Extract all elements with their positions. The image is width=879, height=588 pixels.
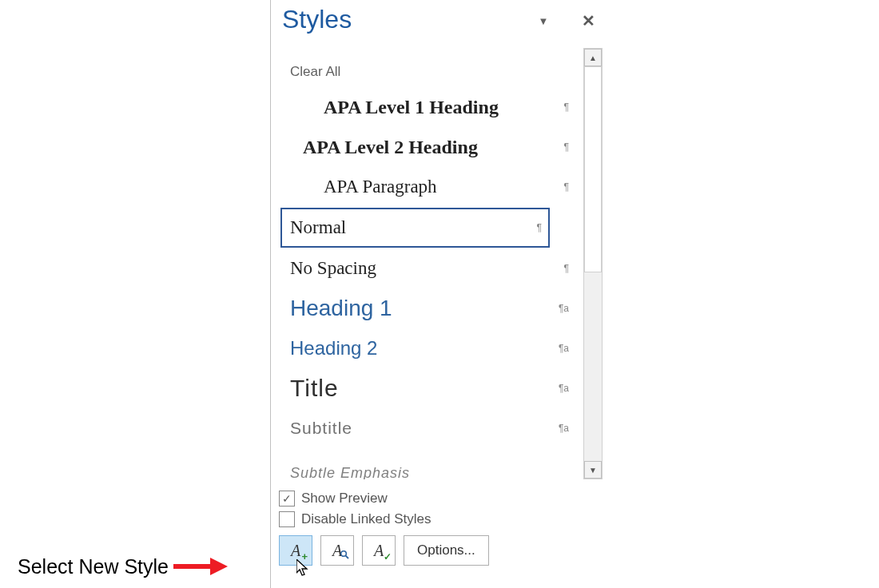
style-item-heading-1[interactable]: Heading 1 ¶a — [277, 289, 582, 328]
checkbox-label: Show Preview — [301, 491, 388, 507]
paragraph-icon: ¶ — [564, 141, 569, 153]
style-label: APA Level 1 Heading — [290, 97, 499, 118]
styles-pane: Styles ▼ ✕ Clear All APA Level 1 Heading… — [270, 0, 603, 588]
style-item-truncated[interactable]: Subtle Emphasis — [277, 449, 582, 479]
options-label: Options... — [417, 542, 475, 558]
paragraph-icon: ¶ — [564, 181, 569, 193]
paragraph-icon: ¶ — [564, 101, 569, 113]
linked-style-icon: ¶a — [559, 343, 569, 354]
scroll-down-button[interactable]: ▼ — [584, 461, 602, 479]
pane-options-dropdown[interactable]: ▼ — [535, 13, 551, 29]
options-button[interactable]: Options... — [404, 535, 489, 566]
style-item-apa-paragraph[interactable]: APA Paragraph ¶ — [277, 168, 582, 206]
style-item-no-spacing[interactable]: No Spacing ¶ — [277, 249, 582, 288]
manage-styles-button[interactable]: A ✓ — [362, 535, 396, 566]
styles-toolbar: A + A A ✓ Options... — [279, 535, 595, 566]
annotation: Select New Style — [18, 554, 229, 578]
style-label: APA Paragraph — [290, 177, 437, 197]
letter-a-icon: A — [291, 542, 300, 560]
style-label: Title — [290, 375, 339, 402]
style-label: Heading 2 — [290, 337, 377, 360]
styles-list: Clear All APA Level 1 Heading ¶ APA Leve… — [277, 48, 582, 479]
style-label: Subtle Emphasis — [290, 465, 410, 480]
style-label: Subtitle — [290, 419, 352, 438]
linked-style-icon: ¶a — [559, 383, 569, 394]
style-item-title[interactable]: Title ¶a — [277, 369, 582, 407]
show-preview-checkbox[interactable]: ✓ Show Preview — [279, 491, 595, 507]
pane-footer: ✓ Show Preview Disable Linked Styles A +… — [279, 486, 595, 588]
linked-style-icon: ¶a — [559, 423, 569, 434]
style-item-normal-selected[interactable]: Normal ¶ — [280, 208, 550, 248]
letter-a-icon: A — [374, 542, 384, 560]
style-label: Clear All — [290, 64, 340, 80]
paragraph-icon: ¶ — [564, 263, 569, 274]
style-item-clear-all[interactable]: Clear All — [277, 58, 582, 86]
paragraph-icon: ¶ — [537, 222, 542, 233]
magnifier-icon — [340, 550, 349, 562]
vertical-scrollbar[interactable]: ▲ ▼ — [583, 48, 603, 479]
checkbox-icon — [279, 511, 295, 527]
pane-header: Styles ▼ ✕ — [271, 0, 603, 43]
checkbox-icon: ✓ — [279, 491, 295, 507]
style-item-heading-2[interactable]: Heading 2 ¶a — [277, 329, 582, 368]
scroll-up-button[interactable]: ▲ — [584, 49, 602, 66]
style-label: No Spacing — [290, 258, 376, 279]
linked-style-icon: ¶a — [559, 303, 569, 314]
scroll-thumb[interactable] — [584, 66, 602, 272]
pane-title: Styles — [282, 0, 352, 38]
style-inspector-button[interactable]: A — [320, 535, 354, 566]
close-icon[interactable]: ✕ — [580, 13, 596, 29]
annotation-text: Select New Style — [18, 555, 169, 578]
arrow-icon — [173, 559, 229, 574]
style-label: APA Level 2 Heading — [290, 137, 478, 158]
style-item-subtitle[interactable]: Subtitle ¶a — [277, 409, 582, 447]
style-label: Heading 1 — [290, 296, 392, 321]
new-style-button[interactable]: A + — [279, 535, 312, 566]
svg-line-1 — [346, 556, 348, 558]
style-label: Normal — [290, 217, 346, 238]
disable-linked-styles-checkbox[interactable]: Disable Linked Styles — [279, 511, 595, 527]
style-item-apa-level-1-heading[interactable]: APA Level 1 Heading ¶ — [277, 88, 582, 126]
style-item-apa-level-2-heading[interactable]: APA Level 2 Heading ¶ — [277, 128, 582, 166]
check-icon: ✓ — [384, 551, 392, 562]
scroll-track[interactable] — [584, 272, 602, 461]
svg-point-0 — [341, 551, 347, 557]
styles-list-viewport: Clear All APA Level 1 Heading ¶ APA Leve… — [277, 48, 582, 479]
checkbox-label: Disable Linked Styles — [301, 511, 432, 527]
plus-icon: + — [301, 550, 308, 562]
